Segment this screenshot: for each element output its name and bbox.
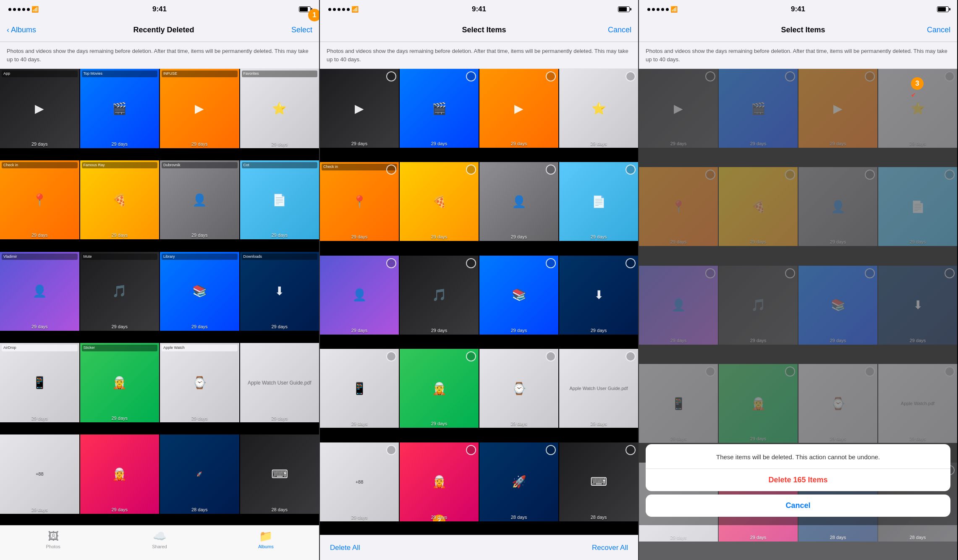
- days-label: 29 days: [400, 421, 479, 426]
- photo-cell[interactable]: 🚀 28 days: [160, 434, 239, 514]
- nav-bar-3: Select Items Cancel: [639, 18, 957, 42]
- back-button-1[interactable]: ‹ Albums: [7, 26, 36, 34]
- photo-thumb: 👤: [0, 252, 79, 331]
- days-label: 29 days: [320, 234, 399, 239]
- delete-all-button[interactable]: Delete All: [330, 544, 360, 552]
- photo-cell[interactable]: 🧝 Sticker 29 days: [80, 343, 160, 422]
- days-label: 29 days: [80, 233, 160, 238]
- photo-cell[interactable]: 👤 29 days: [320, 256, 399, 335]
- photo-cell[interactable]: ⌨ 28 days: [240, 434, 319, 514]
- photo-cell[interactable]: ⭐ Favorites 29 days: [240, 69, 319, 148]
- panel-2: 📶 9:41 Select Items Cancel Photos and vi…: [319, 0, 638, 560]
- days-label: 29 days: [0, 416, 79, 421]
- photo-cell[interactable]: 📱 AirDrop 29 days: [0, 343, 79, 422]
- photo-cell[interactable]: 🧝 2 29 days: [400, 442, 479, 521]
- days-label: 29 days: [240, 141, 319, 147]
- photo-cell[interactable]: ⌚ Apple Watch 29 days: [160, 343, 239, 422]
- photo-cell[interactable]: 📄 29 days: [559, 162, 638, 241]
- photo-cell[interactable]: 🧝 29 days: [400, 349, 479, 428]
- photo-cell[interactable]: 🎬 Top Movies 29 days: [80, 69, 160, 148]
- days-label: 29 days: [559, 234, 638, 239]
- days-label: 28 days: [559, 515, 638, 520]
- photo-cell[interactable]: 🧝 29 days: [80, 434, 160, 514]
- days-label: 29 days: [80, 324, 160, 329]
- signal-dot: [328, 8, 331, 11]
- photo-cell[interactable]: +88 29 days: [0, 434, 79, 514]
- tab-albums[interactable]: 📁 Albums: [253, 530, 278, 549]
- photo-thumb: +88: [320, 442, 399, 521]
- photo-cell[interactable]: ▶ INFUSE 29 days: [160, 69, 239, 148]
- photo-thumb: 🎵: [400, 256, 479, 335]
- status-time-1: 9:41: [152, 5, 167, 13]
- photos-icon: 🖼: [48, 530, 59, 543]
- photo-cell[interactable]: ⬇ Downloads 29 days: [240, 252, 319, 331]
- select-button-1[interactable]: Select: [291, 26, 312, 34]
- photo-label: Downloads: [242, 254, 318, 260]
- delete-items-button[interactable]: Delete 165 Items: [646, 469, 950, 491]
- back-label-1[interactable]: Albums: [11, 26, 36, 34]
- signal-dot: [27, 8, 30, 11]
- photo-cell[interactable]: Apple Watch User Guide.pdf 29 days: [559, 349, 638, 428]
- photo-grid-2: ▶ 29 days 🎬 29 days ▶ 29 days ⭐ 29 days …: [320, 69, 638, 535]
- photo-cell[interactable]: 📱 29 days: [320, 349, 399, 428]
- photo-cell[interactable]: ▶ App 29 days: [0, 69, 79, 148]
- cancel-button-2[interactable]: Cancel: [608, 26, 631, 34]
- photo-label: Library: [162, 254, 238, 260]
- tab-shared[interactable]: ☁️ Shared: [147, 530, 172, 549]
- photo-cell[interactable]: 👤 29 days: [479, 162, 558, 241]
- photo-cell[interactable]: 📍 Check in 29 days: [320, 162, 399, 241]
- photo-cell[interactable]: 👤 Dubrovnik 29 days: [160, 160, 239, 240]
- tab-albums-label: Albums: [258, 544, 274, 549]
- callout-badge-3: 3: [911, 77, 924, 90]
- photo-cell[interactable]: 📄 Cot 29 days: [240, 160, 319, 240]
- photo-thumb: 🎬: [80, 69, 160, 148]
- albums-icon: 📁: [259, 530, 272, 543]
- status-time-2: 9:41: [472, 5, 486, 13]
- signal-area: 📶: [8, 6, 39, 13]
- days-label: 29 days: [0, 233, 79, 238]
- photo-cell[interactable]: 🍕 29 days: [400, 162, 479, 241]
- photo-cell[interactable]: Apple Watch User Guide.pdf 29 days: [240, 343, 319, 422]
- days-label: 29 days: [479, 234, 558, 239]
- selection-circle: [466, 445, 476, 455]
- tab-shared-label: Shared: [152, 544, 167, 549]
- photo-cell[interactable]: 🍕 Famous Ray 29 days: [80, 160, 160, 240]
- selection-circle: [386, 351, 396, 361]
- photo-cell[interactable]: ⌚ 29 days: [479, 349, 558, 428]
- alert-cancel-button[interactable]: Cancel: [646, 495, 950, 517]
- photo-cell[interactable]: 👤 Vladimir 29 days: [0, 252, 79, 331]
- days-label: 29 days: [240, 416, 319, 421]
- panel-3: 📶 9:41 Select Items Cancel Photos and vi…: [638, 0, 957, 560]
- photo-cell[interactable]: 📍 Check in 29 days: [0, 160, 79, 240]
- photo-label: Sticker: [82, 345, 158, 351]
- photo-cell[interactable]: 📚 Library 29 days: [160, 252, 239, 331]
- battery-area: [618, 6, 630, 12]
- cancel-button-3[interactable]: Cancel: [927, 26, 950, 34]
- selection-circle: [626, 71, 636, 81]
- tab-photos[interactable]: 🖼 Photos: [41, 530, 66, 549]
- nav-bar-1: ‹ Albums Recently Deleted Select 1: [0, 18, 319, 42]
- photo-cell[interactable]: 🎬 29 days: [400, 69, 479, 148]
- selection-circle: [386, 445, 396, 455]
- photo-cell[interactable]: 🎵 Mute 29 days: [80, 252, 160, 331]
- info-banner-2: Photos and videos show the days remainin…: [320, 42, 638, 69]
- photo-thumb: ▶: [479, 69, 558, 148]
- selection-circle: [386, 71, 396, 81]
- photo-thumb: 🧝: [400, 442, 479, 521]
- photo-thumb: ⌚: [479, 349, 558, 428]
- days-label: 29 days: [400, 234, 479, 239]
- photo-cell[interactable]: 🎵 29 days: [400, 256, 479, 335]
- days-label: 29 days: [160, 233, 239, 238]
- photo-cell[interactable]: ▶ 29 days: [479, 69, 558, 148]
- photo-cell[interactable]: ▶ 29 days: [320, 69, 399, 148]
- photo-cell[interactable]: 🚀 28 days: [479, 442, 558, 521]
- days-label: 29 days: [160, 324, 239, 329]
- photo-cell[interactable]: 📚 29 days: [479, 256, 558, 335]
- photo-cell[interactable]: ⌨ 28 days: [559, 442, 638, 521]
- alert-message: These items will be deleted. This action…: [646, 444, 950, 469]
- photo-cell[interactable]: ⬇ 29 days: [559, 256, 638, 335]
- photo-cell[interactable]: +88 29 days: [320, 442, 399, 521]
- recover-all-button[interactable]: Recover All: [592, 544, 628, 552]
- photo-thumb: 🧝: [80, 343, 160, 422]
- photo-cell[interactable]: ⭐ 29 days: [559, 69, 638, 148]
